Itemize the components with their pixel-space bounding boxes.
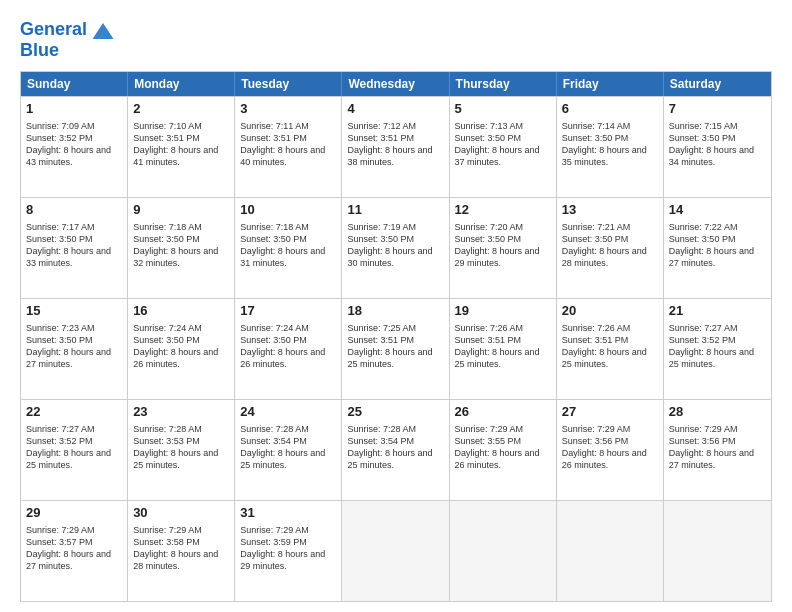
- cell-text: Sunrise: 7:29 AMSunset: 3:56 PMDaylight:…: [669, 423, 766, 472]
- cell-text: Sunrise: 7:26 AMSunset: 3:51 PMDaylight:…: [455, 322, 551, 371]
- cal-cell-10: 10Sunrise: 7:18 AMSunset: 3:50 PMDayligh…: [235, 198, 342, 298]
- cal-cell-empty: [664, 501, 771, 601]
- day-number: 25: [347, 404, 443, 421]
- cal-header-thursday: Thursday: [450, 72, 557, 96]
- cal-cell-12: 12Sunrise: 7:20 AMSunset: 3:50 PMDayligh…: [450, 198, 557, 298]
- cal-cell-18: 18Sunrise: 7:25 AMSunset: 3:51 PMDayligh…: [342, 299, 449, 399]
- cal-header-friday: Friday: [557, 72, 664, 96]
- cell-text: Sunrise: 7:11 AMSunset: 3:51 PMDaylight:…: [240, 120, 336, 169]
- day-number: 7: [669, 101, 766, 118]
- cell-text: Sunrise: 7:12 AMSunset: 3:51 PMDaylight:…: [347, 120, 443, 169]
- cal-cell-27: 27Sunrise: 7:29 AMSunset: 3:56 PMDayligh…: [557, 400, 664, 500]
- day-number: 14: [669, 202, 766, 219]
- cal-cell-1: 1Sunrise: 7:09 AMSunset: 3:52 PMDaylight…: [21, 97, 128, 197]
- cal-week-4: 22Sunrise: 7:27 AMSunset: 3:52 PMDayligh…: [21, 399, 771, 500]
- day-number: 12: [455, 202, 551, 219]
- cal-cell-23: 23Sunrise: 7:28 AMSunset: 3:53 PMDayligh…: [128, 400, 235, 500]
- cal-cell-11: 11Sunrise: 7:19 AMSunset: 3:50 PMDayligh…: [342, 198, 449, 298]
- cal-cell-29: 29Sunrise: 7:29 AMSunset: 3:57 PMDayligh…: [21, 501, 128, 601]
- day-number: 31: [240, 505, 336, 522]
- cal-header-tuesday: Tuesday: [235, 72, 342, 96]
- cal-cell-6: 6Sunrise: 7:14 AMSunset: 3:50 PMDaylight…: [557, 97, 664, 197]
- cell-text: Sunrise: 7:17 AMSunset: 3:50 PMDaylight:…: [26, 221, 122, 270]
- cal-cell-2: 2Sunrise: 7:10 AMSunset: 3:51 PMDaylight…: [128, 97, 235, 197]
- cal-cell-5: 5Sunrise: 7:13 AMSunset: 3:50 PMDaylight…: [450, 97, 557, 197]
- day-number: 1: [26, 101, 122, 118]
- cell-text: Sunrise: 7:27 AMSunset: 3:52 PMDaylight:…: [669, 322, 766, 371]
- logo-icon: [89, 16, 117, 44]
- cal-week-2: 8Sunrise: 7:17 AMSunset: 3:50 PMDaylight…: [21, 197, 771, 298]
- day-number: 2: [133, 101, 229, 118]
- cal-cell-31: 31Sunrise: 7:29 AMSunset: 3:59 PMDayligh…: [235, 501, 342, 601]
- day-number: 17: [240, 303, 336, 320]
- calendar-header-row: SundayMondayTuesdayWednesdayThursdayFrid…: [21, 72, 771, 96]
- day-number: 8: [26, 202, 122, 219]
- cell-text: Sunrise: 7:29 AMSunset: 3:58 PMDaylight:…: [133, 524, 229, 573]
- cell-text: Sunrise: 7:29 AMSunset: 3:57 PMDaylight:…: [26, 524, 122, 573]
- day-number: 13: [562, 202, 658, 219]
- cal-cell-24: 24Sunrise: 7:28 AMSunset: 3:54 PMDayligh…: [235, 400, 342, 500]
- cell-text: Sunrise: 7:19 AMSunset: 3:50 PMDaylight:…: [347, 221, 443, 270]
- cell-text: Sunrise: 7:26 AMSunset: 3:51 PMDaylight:…: [562, 322, 658, 371]
- cal-cell-8: 8Sunrise: 7:17 AMSunset: 3:50 PMDaylight…: [21, 198, 128, 298]
- cal-week-3: 15Sunrise: 7:23 AMSunset: 3:50 PMDayligh…: [21, 298, 771, 399]
- day-number: 3: [240, 101, 336, 118]
- cell-text: Sunrise: 7:15 AMSunset: 3:50 PMDaylight:…: [669, 120, 766, 169]
- cal-cell-empty: [450, 501, 557, 601]
- cell-text: Sunrise: 7:29 AMSunset: 3:59 PMDaylight:…: [240, 524, 336, 573]
- cell-text: Sunrise: 7:14 AMSunset: 3:50 PMDaylight:…: [562, 120, 658, 169]
- day-number: 9: [133, 202, 229, 219]
- cell-text: Sunrise: 7:28 AMSunset: 3:54 PMDaylight:…: [347, 423, 443, 472]
- day-number: 5: [455, 101, 551, 118]
- header: General Blue: [20, 16, 772, 61]
- cal-header-monday: Monday: [128, 72, 235, 96]
- logo: General Blue: [20, 16, 117, 61]
- cal-cell-14: 14Sunrise: 7:22 AMSunset: 3:50 PMDayligh…: [664, 198, 771, 298]
- day-number: 24: [240, 404, 336, 421]
- cell-text: Sunrise: 7:24 AMSunset: 3:50 PMDaylight:…: [240, 322, 336, 371]
- cal-cell-empty: [557, 501, 664, 601]
- cell-text: Sunrise: 7:18 AMSunset: 3:50 PMDaylight:…: [240, 221, 336, 270]
- cell-text: Sunrise: 7:29 AMSunset: 3:56 PMDaylight:…: [562, 423, 658, 472]
- cal-cell-20: 20Sunrise: 7:26 AMSunset: 3:51 PMDayligh…: [557, 299, 664, 399]
- cell-text: Sunrise: 7:10 AMSunset: 3:51 PMDaylight:…: [133, 120, 229, 169]
- day-number: 30: [133, 505, 229, 522]
- day-number: 28: [669, 404, 766, 421]
- cell-text: Sunrise: 7:25 AMSunset: 3:51 PMDaylight:…: [347, 322, 443, 371]
- cell-text: Sunrise: 7:28 AMSunset: 3:53 PMDaylight:…: [133, 423, 229, 472]
- day-number: 10: [240, 202, 336, 219]
- day-number: 23: [133, 404, 229, 421]
- cal-cell-19: 19Sunrise: 7:26 AMSunset: 3:51 PMDayligh…: [450, 299, 557, 399]
- cal-header-saturday: Saturday: [664, 72, 771, 96]
- calendar-body: 1Sunrise: 7:09 AMSunset: 3:52 PMDaylight…: [21, 96, 771, 601]
- cal-cell-17: 17Sunrise: 7:24 AMSunset: 3:50 PMDayligh…: [235, 299, 342, 399]
- cell-text: Sunrise: 7:24 AMSunset: 3:50 PMDaylight:…: [133, 322, 229, 371]
- cell-text: Sunrise: 7:20 AMSunset: 3:50 PMDaylight:…: [455, 221, 551, 270]
- cal-cell-empty: [342, 501, 449, 601]
- day-number: 22: [26, 404, 122, 421]
- day-number: 15: [26, 303, 122, 320]
- cell-text: Sunrise: 7:23 AMSunset: 3:50 PMDaylight:…: [26, 322, 122, 371]
- logo-text: General: [20, 20, 87, 40]
- cell-text: Sunrise: 7:22 AMSunset: 3:50 PMDaylight:…: [669, 221, 766, 270]
- cal-cell-4: 4Sunrise: 7:12 AMSunset: 3:51 PMDaylight…: [342, 97, 449, 197]
- cell-text: Sunrise: 7:29 AMSunset: 3:55 PMDaylight:…: [455, 423, 551, 472]
- day-number: 18: [347, 303, 443, 320]
- cell-text: Sunrise: 7:27 AMSunset: 3:52 PMDaylight:…: [26, 423, 122, 472]
- cal-cell-16: 16Sunrise: 7:24 AMSunset: 3:50 PMDayligh…: [128, 299, 235, 399]
- cal-cell-22: 22Sunrise: 7:27 AMSunset: 3:52 PMDayligh…: [21, 400, 128, 500]
- cal-cell-3: 3Sunrise: 7:11 AMSunset: 3:51 PMDaylight…: [235, 97, 342, 197]
- cal-cell-25: 25Sunrise: 7:28 AMSunset: 3:54 PMDayligh…: [342, 400, 449, 500]
- cal-week-1: 1Sunrise: 7:09 AMSunset: 3:52 PMDaylight…: [21, 96, 771, 197]
- cell-text: Sunrise: 7:09 AMSunset: 3:52 PMDaylight:…: [26, 120, 122, 169]
- cal-cell-9: 9Sunrise: 7:18 AMSunset: 3:50 PMDaylight…: [128, 198, 235, 298]
- day-number: 19: [455, 303, 551, 320]
- cal-cell-26: 26Sunrise: 7:29 AMSunset: 3:55 PMDayligh…: [450, 400, 557, 500]
- cal-cell-13: 13Sunrise: 7:21 AMSunset: 3:50 PMDayligh…: [557, 198, 664, 298]
- day-number: 16: [133, 303, 229, 320]
- calendar: SundayMondayTuesdayWednesdayThursdayFrid…: [20, 71, 772, 602]
- cell-text: Sunrise: 7:13 AMSunset: 3:50 PMDaylight:…: [455, 120, 551, 169]
- day-number: 6: [562, 101, 658, 118]
- cell-text: Sunrise: 7:28 AMSunset: 3:54 PMDaylight:…: [240, 423, 336, 472]
- day-number: 21: [669, 303, 766, 320]
